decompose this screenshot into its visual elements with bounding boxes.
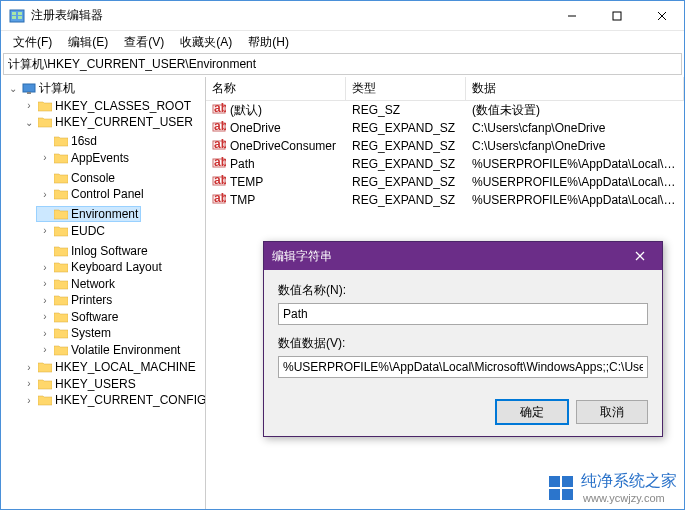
expand-icon[interactable]: › bbox=[39, 328, 51, 339]
tree-pane[interactable]: ⌄计算机›HKEY_CLASSES_ROOT⌄HKEY_CURRENT_USER… bbox=[1, 77, 206, 509]
window-title: 注册表编辑器 bbox=[31, 7, 103, 24]
tree-item-volatile-environment[interactable]: ›Volatile Environment bbox=[37, 343, 182, 357]
menu-view[interactable]: 查看(V) bbox=[116, 32, 172, 53]
cancel-button[interactable]: 取消 bbox=[576, 400, 648, 424]
svg-rect-1 bbox=[12, 12, 16, 15]
value-name-label: 数值名称(N): bbox=[278, 282, 648, 299]
col-header-name[interactable]: 名称 bbox=[206, 77, 346, 100]
string-value-icon: ab bbox=[212, 192, 226, 209]
expand-icon[interactable]: › bbox=[39, 344, 51, 355]
tree-hkcr[interactable]: ›HKEY_CLASSES_ROOT bbox=[21, 99, 193, 113]
value-row[interactable]: abOneDrive REG_EXPAND_SZ C:\Users\cfanp\… bbox=[206, 119, 684, 137]
address-text: 计算机\HKEY_CURRENT_USER\Environment bbox=[8, 56, 256, 73]
expand-icon[interactable]: › bbox=[39, 311, 51, 322]
tree-item-environment[interactable]: Environment bbox=[37, 207, 140, 221]
dialog-body: 数值名称(N): 数值数据(V): bbox=[264, 270, 662, 400]
svg-rect-9 bbox=[23, 84, 35, 92]
expand-icon[interactable]: › bbox=[39, 262, 51, 273]
value-type: REG_EXPAND_SZ bbox=[346, 175, 466, 189]
value-data: (数值未设置) bbox=[466, 102, 684, 119]
value-name: TEMP bbox=[230, 175, 263, 189]
title-bar[interactable]: 注册表编辑器 bbox=[1, 1, 684, 31]
tree-hkcu[interactable]: ⌄HKEY_CURRENT_USER bbox=[21, 115, 195, 129]
tree-item-printers[interactable]: ›Printers bbox=[37, 293, 114, 307]
value-name: TMP bbox=[230, 193, 255, 207]
expand-icon[interactable]: › bbox=[23, 362, 35, 373]
ok-button[interactable]: 确定 bbox=[496, 400, 568, 424]
tree-item-keyboard-layout[interactable]: ›Keyboard Layout bbox=[37, 260, 164, 274]
expand-icon[interactable]: ⌄ bbox=[23, 117, 35, 128]
value-type: REG_EXPAND_SZ bbox=[346, 193, 466, 207]
value-name: OneDrive bbox=[230, 121, 281, 135]
tree-hkcc[interactable]: ›HKEY_CURRENT_CONFIG bbox=[21, 393, 206, 407]
value-data-input[interactable] bbox=[278, 356, 648, 378]
value-name: (默认) bbox=[230, 102, 262, 119]
value-name-input[interactable] bbox=[278, 303, 648, 325]
expand-icon[interactable]: › bbox=[23, 378, 35, 389]
expand-icon[interactable]: ⌄ bbox=[7, 83, 19, 94]
svg-text:ab: ab bbox=[214, 102, 226, 115]
address-bar[interactable]: 计算机\HKEY_CURRENT_USER\Environment bbox=[3, 53, 682, 75]
tree-item-control-panel[interactable]: ›Control Panel bbox=[37, 187, 146, 201]
maximize-button[interactable] bbox=[594, 1, 639, 31]
svg-rect-6 bbox=[613, 12, 621, 20]
tree-hklm[interactable]: ›HKEY_LOCAL_MACHINE bbox=[21, 360, 198, 374]
menu-file[interactable]: 文件(F) bbox=[5, 32, 60, 53]
svg-rect-10 bbox=[27, 92, 31, 94]
tree-item-inlog-software[interactable]: Inlog Software bbox=[37, 244, 150, 258]
expand-icon[interactable]: › bbox=[39, 225, 51, 236]
expand-icon[interactable]: › bbox=[39, 295, 51, 306]
edit-string-dialog: 编辑字符串 数值名称(N): 数值数据(V): 确定 取消 bbox=[263, 241, 663, 437]
value-row[interactable]: ab(默认) REG_SZ (数值未设置) bbox=[206, 101, 684, 119]
value-name: Path bbox=[230, 157, 255, 171]
tree-item-appevents[interactable]: ›AppEvents bbox=[37, 151, 131, 165]
value-type: REG_EXPAND_SZ bbox=[346, 139, 466, 153]
value-row[interactable]: abTEMP REG_EXPAND_SZ %USERPROFILE%\AppDa… bbox=[206, 173, 684, 191]
menu-bar: 文件(F) 编辑(E) 查看(V) 收藏夹(A) 帮助(H) bbox=[1, 31, 684, 53]
watermark: 纯净系统之家 www.ycwjzy.com bbox=[547, 471, 677, 504]
string-value-icon: ab bbox=[212, 138, 226, 155]
window-buttons bbox=[549, 1, 684, 31]
tree-item-16sd[interactable]: 16sd bbox=[37, 134, 99, 148]
value-row[interactable]: abPath REG_EXPAND_SZ %USERPROFILE%\AppDa… bbox=[206, 155, 684, 173]
tree-hku[interactable]: ›HKEY_USERS bbox=[21, 377, 138, 391]
svg-text:ab: ab bbox=[214, 192, 226, 205]
svg-text:ab: ab bbox=[214, 156, 226, 169]
tree-item-system[interactable]: ›System bbox=[37, 326, 113, 340]
close-button[interactable] bbox=[639, 1, 684, 31]
value-type: REG_SZ bbox=[346, 103, 466, 117]
dialog-title-bar[interactable]: 编辑字符串 bbox=[264, 242, 662, 270]
tree-item-console[interactable]: Console bbox=[37, 171, 117, 185]
dialog-close-button[interactable] bbox=[626, 242, 654, 270]
tree-item-software[interactable]: ›Software bbox=[37, 310, 120, 324]
svg-rect-27 bbox=[549, 489, 560, 500]
menu-help[interactable]: 帮助(H) bbox=[240, 32, 297, 53]
string-value-icon: ab bbox=[212, 174, 226, 191]
value-row[interactable]: abTMP REG_EXPAND_SZ %USERPROFILE%\AppDat… bbox=[206, 191, 684, 209]
svg-rect-28 bbox=[562, 489, 573, 500]
tree-item-eudc[interactable]: ›EUDC bbox=[37, 224, 107, 238]
value-type: REG_EXPAND_SZ bbox=[346, 157, 466, 171]
watermark-url: www.ycwjzy.com bbox=[583, 492, 677, 504]
value-data: %USERPROFILE%\AppData\Local\Temp bbox=[466, 175, 684, 189]
svg-rect-26 bbox=[562, 476, 573, 487]
expand-icon[interactable]: › bbox=[39, 152, 51, 163]
col-header-type[interactable]: 类型 bbox=[346, 77, 466, 100]
windows-logo-icon bbox=[547, 474, 575, 502]
minimize-button[interactable] bbox=[549, 1, 594, 31]
expand-icon[interactable]: › bbox=[23, 395, 35, 406]
tree-root[interactable]: ⌄计算机 bbox=[5, 80, 77, 97]
col-header-data[interactable]: 数据 bbox=[466, 77, 684, 100]
value-data: %USERPROFILE%\AppData\Local\Microsoft\..… bbox=[466, 157, 684, 171]
column-headers: 名称 类型 数据 bbox=[206, 77, 684, 101]
dialog-buttons: 确定 取消 bbox=[264, 400, 662, 436]
string-value-icon: ab bbox=[212, 102, 226, 119]
menu-favorites[interactable]: 收藏夹(A) bbox=[172, 32, 240, 53]
expand-icon[interactable]: › bbox=[39, 189, 51, 200]
value-row[interactable]: abOneDriveConsumer REG_EXPAND_SZ C:\User… bbox=[206, 137, 684, 155]
menu-edit[interactable]: 编辑(E) bbox=[60, 32, 116, 53]
expand-icon[interactable]: › bbox=[23, 100, 35, 111]
svg-text:ab: ab bbox=[214, 138, 226, 151]
expand-icon[interactable]: › bbox=[39, 278, 51, 289]
tree-item-network[interactable]: ›Network bbox=[37, 277, 117, 291]
